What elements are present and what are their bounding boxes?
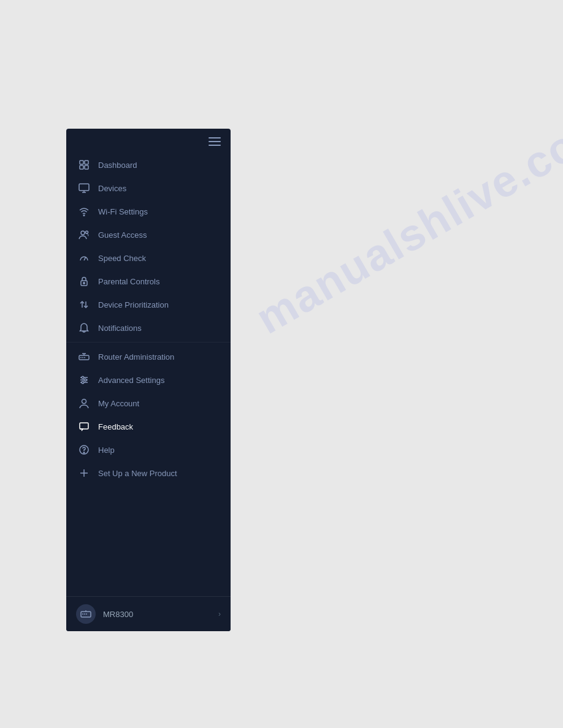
sidebar-item-label-advanced: Advanced Settings: [98, 376, 164, 385]
sidebar-item-devices[interactable]: Devices: [66, 176, 231, 200]
sidebar-item-dashboard[interactable]: Dashboard: [66, 153, 231, 176]
sidebar-item-label-speed: Speed Check: [98, 254, 146, 263]
svg-rect-28: [80, 423, 88, 429]
sidebar-item-label-help: Help: [98, 446, 115, 455]
sidebar: Dashboard Devices: [66, 129, 231, 631]
sliders-icon: [79, 374, 90, 385]
sidebar-item-label-notifications: Notifications: [98, 324, 142, 333]
sidebar-item-label-router-admin: Router Administration: [98, 352, 174, 362]
device-avatar: [76, 604, 96, 624]
sidebar-item-notifications[interactable]: Notifications: [66, 316, 231, 339]
svg-rect-3: [85, 165, 88, 169]
sidebar-header: [66, 129, 231, 151]
nav-divider-1: [66, 342, 231, 343]
svg-point-25: [84, 379, 86, 381]
sidebar-item-wifi-settings[interactable]: Wi-Fi Settings: [66, 200, 231, 223]
plus-icon: [79, 468, 90, 479]
router-icon: [79, 351, 90, 362]
user-icon: [79, 398, 90, 409]
svg-point-12: [83, 282, 85, 284]
sidebar-item-help[interactable]: Help: [66, 438, 231, 461]
speedometer-icon: [79, 252, 90, 264]
sidebar-item-setup-new[interactable]: Set Up a New Product: [66, 461, 231, 485]
sidebar-item-label-devices: Devices: [98, 184, 126, 193]
sidebar-item-label-feedback: Feedback: [98, 422, 133, 431]
sidebar-item-label-wifi: Wi-Fi Settings: [98, 207, 148, 216]
sidebar-item-advanced-settings[interactable]: Advanced Settings: [66, 368, 231, 392]
svg-rect-1: [85, 161, 88, 164]
hamburger-menu-button[interactable]: [209, 137, 221, 146]
sidebar-item-parental-controls[interactable]: Parental Controls: [66, 270, 231, 293]
monitor-icon: [79, 183, 90, 194]
svg-rect-4: [79, 184, 89, 191]
chevron-right-icon: ›: [218, 610, 221, 618]
sidebar-item-label-account: My Account: [98, 399, 139, 408]
lock-icon: [79, 276, 90, 287]
svg-point-27: [82, 400, 86, 404]
sidebar-item-speed-check[interactable]: Speed Check: [66, 246, 231, 270]
page-background: manualshlive.com: [0, 0, 563, 728]
router-device-icon: [80, 609, 91, 620]
svg-point-8: [81, 231, 85, 235]
svg-point-30: [83, 452, 85, 453]
device-name-label: MR8300: [103, 610, 218, 619]
sidebar-item-guest-access[interactable]: Guest Access: [66, 223, 231, 246]
sidebar-item-feedback[interactable]: Feedback: [66, 415, 231, 438]
chat-icon: [79, 421, 90, 432]
sidebar-item-label-setup: Set Up a New Product: [98, 469, 177, 478]
device-footer[interactable]: MR8300 ›: [66, 596, 231, 631]
sidebar-item-label-guest: Guest Access: [98, 230, 147, 240]
nav-list: Dashboard Devices: [66, 151, 231, 596]
svg-point-24: [82, 376, 84, 379]
grid-icon: [79, 159, 90, 170]
svg-rect-2: [80, 165, 83, 169]
sidebar-item-label-parental: Parental Controls: [98, 277, 159, 286]
users-icon: [79, 229, 90, 240]
bell-icon: [79, 322, 90, 333]
svg-point-26: [82, 381, 84, 384]
svg-point-9: [86, 231, 88, 233]
svg-point-7: [83, 215, 85, 216]
svg-rect-0: [80, 161, 83, 164]
sidebar-item-label-priority: Device Prioritization: [98, 300, 169, 309]
sidebar-item-my-account[interactable]: My Account: [66, 392, 231, 415]
wifi-icon: [79, 206, 90, 217]
sidebar-item-label-dashboard: Dashboard: [98, 161, 137, 170]
sidebar-item-device-prioritization[interactable]: Device Prioritization: [66, 293, 231, 316]
arrows-icon: [79, 299, 90, 310]
sidebar-item-router-admin[interactable]: Router Administration: [66, 345, 231, 368]
question-icon: [79, 444, 90, 455]
watermark: manualshlive.com: [247, 99, 563, 343]
